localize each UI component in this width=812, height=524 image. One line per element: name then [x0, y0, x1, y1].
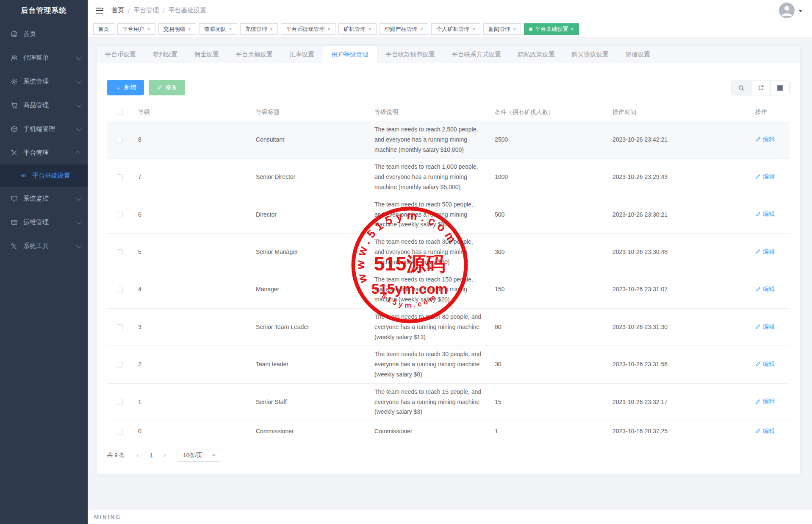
- breadcrumb-item-1[interactable]: 平台管理: [133, 6, 159, 14]
- sidebar-item-6[interactable]: 系统监控: [0, 187, 88, 210]
- tags-view-bar: 首页平台用户×交易明细×查看团队×充值管理×平台币提现管理×矿机管理×理财产品管…: [88, 21, 812, 37]
- row-checkbox[interactable]: [117, 324, 123, 330]
- row-checkbox[interactable]: [117, 399, 123, 405]
- row-checkbox-cell: [107, 396, 133, 408]
- title-cell: Senior Team Leader: [250, 319, 369, 336]
- row-checkbox-cell: [107, 425, 133, 438]
- edit-row-button[interactable]: 编辑: [755, 396, 775, 407]
- prev-page-button[interactable]: ‹: [132, 449, 144, 461]
- avatar[interactable]: [779, 3, 795, 18]
- close-icon[interactable]: ×: [420, 26, 424, 32]
- condition-cell: 80: [489, 319, 607, 336]
- edit-row-button[interactable]: 编辑: [755, 209, 775, 219]
- sidebar-item-label: 商品管理: [23, 101, 76, 109]
- tag-2[interactable]: 交易明细×: [158, 23, 197, 35]
- tag-label: 首页: [98, 25, 109, 33]
- sidebar-item-7[interactable]: 运维管理: [0, 210, 88, 234]
- add-button[interactable]: ＋ 新增: [107, 80, 144, 95]
- pencil-icon: [755, 212, 761, 217]
- level-cell: 2: [133, 356, 250, 373]
- current-page-button[interactable]: 1: [145, 449, 157, 461]
- select-all-checkbox[interactable]: [117, 109, 123, 115]
- tag-9[interactable]: 新闻管理×: [483, 23, 521, 35]
- condition-cell: 500: [489, 206, 607, 223]
- description-cell: The team needs to reach 30 people, and e…: [369, 346, 489, 383]
- close-icon[interactable]: ×: [571, 26, 574, 32]
- tab-8[interactable]: 隐私政策设置: [510, 46, 563, 63]
- table-row: 5Senior ManagerThe team needs to reach 3…: [107, 234, 790, 271]
- row-checkbox[interactable]: [117, 362, 123, 368]
- tab-4[interactable]: 汇率设置: [281, 46, 323, 63]
- level-cell: 1: [133, 394, 250, 411]
- edit-row-button[interactable]: 编辑: [755, 134, 775, 145]
- row-checkbox-cell: [107, 208, 133, 221]
- tab-3[interactable]: 平台余额设置: [227, 46, 281, 63]
- breadcrumb: 首页/平台管理/平台基础设置: [111, 6, 206, 14]
- row-checkbox[interactable]: [117, 212, 123, 217]
- tag-8[interactable]: 个人矿机管理×: [431, 23, 480, 35]
- sidebar-item-0[interactable]: 首页: [0, 22, 88, 46]
- tab-1[interactable]: 签到设置: [144, 46, 186, 63]
- sidebar-subitem-label: 平台基础设置: [32, 172, 88, 180]
- edit-row-button[interactable]: 编辑: [755, 426, 775, 436]
- refresh-button[interactable]: [751, 81, 770, 95]
- pencil-icon: [755, 137, 761, 142]
- tag-10[interactable]: 平台基础设置×: [524, 23, 579, 35]
- row-checkbox[interactable]: [117, 174, 123, 180]
- breadcrumb-separator: /: [128, 7, 130, 14]
- close-icon[interactable]: ×: [229, 26, 232, 32]
- sidebar-subitem-5-0[interactable]: 平台基础设置: [0, 164, 88, 187]
- next-page-button[interactable]: ›: [159, 449, 171, 461]
- tag-7[interactable]: 理财产品管理×: [380, 23, 429, 35]
- close-icon[interactable]: ×: [513, 26, 516, 32]
- tab-7[interactable]: 平台联系方式设置: [443, 46, 510, 63]
- row-checkbox[interactable]: [117, 429, 123, 435]
- menu-fold-icon[interactable]: [95, 6, 104, 15]
- close-icon[interactable]: ×: [188, 26, 191, 32]
- tag-0[interactable]: 首页: [93, 23, 114, 35]
- tab-0[interactable]: 平台币设置: [97, 46, 144, 63]
- sidebar-item-8[interactable]: 系统工具: [0, 234, 88, 258]
- sidebar-item-4[interactable]: 手机端管理: [0, 117, 88, 141]
- columns-button[interactable]: [770, 81, 789, 95]
- search-toggle-button[interactable]: [732, 81, 751, 95]
- close-icon[interactable]: ×: [270, 26, 273, 32]
- page-size-select[interactable]: 10条/页: [177, 449, 220, 462]
- level-cell: 3: [133, 319, 250, 336]
- edit-row-button[interactable]: 编辑: [755, 359, 775, 369]
- sidebar-item-2[interactable]: 系统管理: [0, 70, 88, 93]
- time-cell: 2023-10-26 23:31:30: [607, 319, 750, 336]
- edit-button-disabled[interactable]: 修改: [149, 80, 185, 95]
- tab-6[interactable]: 平台收款钱包设置: [377, 46, 443, 63]
- tab-5[interactable]: 用户等级管理: [323, 46, 377, 63]
- sidebar-item-5[interactable]: 平台管理: [0, 141, 88, 164]
- close-icon[interactable]: ×: [472, 26, 475, 32]
- tab-9[interactable]: 购买协议设置: [563, 46, 617, 63]
- row-checkbox[interactable]: [117, 287, 123, 293]
- edit-row-button[interactable]: 编辑: [755, 172, 775, 182]
- edit-row-button[interactable]: 编辑: [755, 284, 775, 294]
- breadcrumb-item-0[interactable]: 首页: [111, 6, 124, 14]
- title-cell: Commissioner: [250, 423, 369, 440]
- close-icon[interactable]: ×: [327, 26, 330, 32]
- sidebar-item-3[interactable]: 商品管理: [0, 93, 88, 117]
- tag-4[interactable]: 充值管理×: [240, 23, 278, 35]
- tag-6[interactable]: 矿机管理×: [338, 23, 377, 35]
- breadcrumb-item-2[interactable]: 平台基础设置: [168, 6, 206, 14]
- row-checkbox[interactable]: [117, 249, 123, 255]
- table-row: 7Senior DirectorThe team needs to reach …: [107, 159, 790, 196]
- tag-5[interactable]: 平台币提现管理×: [281, 23, 335, 35]
- tab-2[interactable]: 佣金设置: [186, 46, 227, 63]
- tag-1[interactable]: 平台用户×: [117, 23, 155, 35]
- edit-row-button[interactable]: 编辑: [755, 247, 775, 257]
- chevron-down-icon[interactable]: [798, 10, 803, 14]
- edit-row-button[interactable]: 编辑: [755, 322, 775, 332]
- row-checkbox[interactable]: [117, 137, 123, 143]
- ops-icon: [11, 219, 18, 226]
- tab-10[interactable]: 短信设置: [617, 46, 659, 63]
- tag-3[interactable]: 查看团队×: [199, 23, 237, 35]
- close-icon[interactable]: ×: [368, 26, 371, 32]
- close-icon[interactable]: ×: [147, 26, 150, 32]
- sidebar-item-1[interactable]: 代理菜单: [0, 46, 88, 70]
- table-row: 8ConsultantThe team needs to reach 2,500…: [107, 121, 790, 159]
